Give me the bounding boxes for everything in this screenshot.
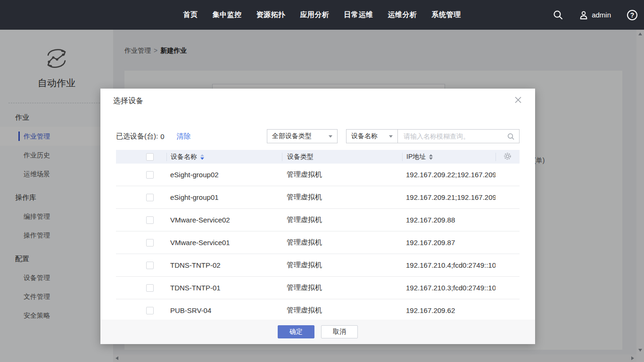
cell-device-type: 管理虚拟机 <box>282 193 402 202</box>
row-checkbox[interactable] <box>146 216 154 224</box>
row-checkbox[interactable] <box>146 284 154 292</box>
dialog-title: 选择设备 <box>113 96 143 106</box>
cell-ip: 192.167.209.87 <box>402 239 495 247</box>
cell-device-name: VMware-Service01 <box>166 239 282 247</box>
sort-device-name[interactable] <box>200 154 204 160</box>
cell-ip: 192.167.210.4;fcd0:2749::100... <box>402 261 495 269</box>
cancel-button[interactable]: 取消 <box>321 325 358 338</box>
search-field-dropdown[interactable]: 设备名称 <box>346 129 398 143</box>
row-checkbox[interactable] <box>146 171 154 179</box>
row-checkbox[interactable] <box>146 262 154 269</box>
nav-item-topology[interactable]: 资源拓扑 <box>256 10 286 19</box>
column-header-ip: IP地址 <box>406 153 426 161</box>
nav-item-app-analysis[interactable]: 应用分析 <box>300 10 330 19</box>
selected-devices-count: 0 <box>160 132 164 140</box>
cell-ip: 192.167.209.62 <box>402 306 495 314</box>
device-table-header: 设备名称 设备类型 IP地址 <box>116 150 520 164</box>
table-row[interactable]: VMware-Service01 管理虚拟机 192.167.209.87 <box>116 231 520 254</box>
device-search-input[interactable] <box>398 132 506 140</box>
dialog-footer: 确定 取消 <box>100 320 535 344</box>
table-row[interactable]: TDNS-TNTP-02 管理虚拟机 192.167.210.4;fcd0:27… <box>116 254 520 277</box>
cell-device-name: TDNS-TNTP-01 <box>166 284 282 292</box>
cell-ip: 192.167.209.22;192.167.209.24 <box>402 171 495 179</box>
main-nav-menu: 首页 集中监控 资源拓扑 应用分析 日常运维 运维分析 系统管理 <box>183 10 461 19</box>
cell-device-type: 管理虚拟机 <box>282 215 402 224</box>
cell-device-name: eSight-group02 <box>166 171 282 179</box>
nav-item-daily-ops[interactable]: 日常运维 <box>344 10 373 19</box>
column-header-device-type: 设备类型 <box>287 153 314 161</box>
nav-item-ops-analysis[interactable]: 运维分析 <box>388 10 417 19</box>
search-icon[interactable] <box>553 10 563 20</box>
username-label: admin <box>592 11 611 19</box>
select-all-checkbox[interactable] <box>146 153 154 161</box>
nav-item-monitoring[interactable]: 集中监控 <box>213 10 242 19</box>
device-table: 设备名称 设备类型 IP地址 eSight-group02 管理虚拟机 <box>116 150 520 320</box>
close-icon[interactable] <box>512 94 524 107</box>
cell-device-name: TDNS-TNTP-02 <box>166 261 282 269</box>
row-checkbox[interactable] <box>146 307 154 314</box>
user-menu[interactable]: admin <box>579 10 611 20</box>
sort-ip[interactable] <box>429 154 433 160</box>
search-field-dropdown-value: 设备名称 <box>351 132 378 140</box>
chevron-down-icon <box>329 135 332 138</box>
cell-device-type: 管理虚拟机 <box>282 261 402 270</box>
cell-device-type: 管理虚拟机 <box>282 170 402 179</box>
table-row[interactable]: eSight-group02 管理虚拟机 192.167.209.22;192.… <box>116 164 520 186</box>
chevron-down-icon <box>389 135 393 138</box>
cell-ip: 192.167.210.3;fcd0:2749::100... <box>402 284 495 292</box>
cell-ip: 192.167.209.21;192.167.209.23 <box>402 193 495 201</box>
cell-device-type: 管理虚拟机 <box>282 238 402 247</box>
device-search-box <box>398 129 520 143</box>
cell-device-name: eSight-group01 <box>166 193 282 201</box>
user-icon <box>579 10 588 20</box>
device-type-dropdown[interactable]: 全部设备类型 <box>267 129 338 143</box>
select-device-dialog: 选择设备 已选设备(台): 0 清除 全部设备类型 设备名称 <box>100 89 535 344</box>
cell-device-type: 管理虚拟机 <box>282 306 402 315</box>
cell-device-type: 管理虚拟机 <box>282 283 402 292</box>
selected-devices-label: 已选设备(台): <box>116 132 158 141</box>
nav-item-home[interactable]: 首页 <box>183 10 198 19</box>
help-icon[interactable]: ? <box>627 10 637 20</box>
cell-ip: 192.167.209.88 <box>402 216 495 224</box>
top-navbar: 首页 集中监控 资源拓扑 应用分析 日常运维 运维分析 系统管理 admin ? <box>0 0 644 30</box>
clear-selection-link[interactable]: 清除 <box>177 132 191 141</box>
device-type-dropdown-value: 全部设备类型 <box>272 132 312 140</box>
ok-button[interactable]: 确定 <box>278 325 314 338</box>
table-row[interactable]: VMware-Service02 管理虚拟机 192.167.209.88 <box>116 209 520 231</box>
column-header-device-name: 设备名称 <box>171 153 197 161</box>
cell-device-name: PUB-SRV-04 <box>166 306 282 314</box>
row-checkbox[interactable] <box>146 194 154 201</box>
table-row[interactable]: eSight-group01 管理虚拟机 192.167.209.21;192.… <box>116 186 520 209</box>
row-checkbox[interactable] <box>146 239 154 247</box>
search-icon[interactable] <box>506 133 519 140</box>
column-settings-gear-icon[interactable] <box>504 152 512 162</box>
nav-item-system-mgmt[interactable]: 系统管理 <box>432 10 461 19</box>
table-row[interactable]: PUB-SRV-04 管理虚拟机 192.167.209.62 <box>116 299 520 320</box>
cell-device-name: VMware-Service02 <box>166 216 282 224</box>
table-row[interactable]: TDNS-TNTP-01 管理虚拟机 192.167.210.3;fcd0:27… <box>116 277 520 299</box>
